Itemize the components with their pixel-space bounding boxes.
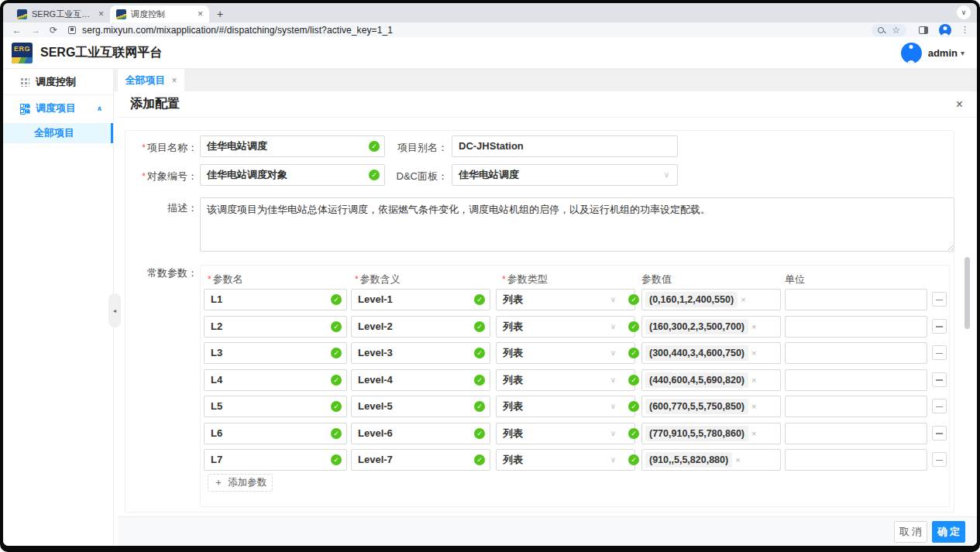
param-type-select[interactable]: 列表 ∨ ✓ bbox=[496, 449, 635, 471]
valid-check-icon: ✓ bbox=[474, 348, 485, 358]
param-name-value: L1 bbox=[211, 293, 222, 305]
project-alias-input[interactable]: DC-JHStation bbox=[452, 135, 678, 157]
remove-row-button[interactable] bbox=[932, 319, 947, 334]
tag-close-icon[interactable]: × bbox=[751, 343, 756, 363]
browser-tab-dispatch[interactable]: 调度控制 × bbox=[110, 5, 209, 22]
param-value-input[interactable]: (770,910,5,5,780,860) × bbox=[641, 423, 781, 444]
param-type-select[interactable]: 列表 ∨ ✓ bbox=[496, 316, 635, 338]
param-unit-input[interactable] bbox=[785, 449, 927, 471]
remove-row-button[interactable] bbox=[932, 452, 947, 467]
page-tab-close-icon[interactable]: × bbox=[171, 75, 177, 86]
param-value-input[interactable]: (440,600,4,5,690,820) × bbox=[641, 369, 781, 391]
param-name-input[interactable]: L2 ✓ bbox=[204, 316, 347, 338]
param-meaning-value: Level-7 bbox=[358, 454, 393, 465]
browser-tab-title: 调度控制 bbox=[131, 9, 193, 20]
sidebar: 调度控制 调度项目 ∧ 全部项目 bbox=[3, 69, 114, 546]
tag-close-icon[interactable]: × bbox=[751, 423, 756, 444]
back-icon[interactable]: ← bbox=[12, 25, 22, 36]
param-unit-input[interactable] bbox=[785, 396, 927, 417]
sidebar-collapse-handle[interactable]: ◂ bbox=[108, 293, 121, 327]
user-avatar[interactable] bbox=[901, 43, 922, 63]
param-type-select[interactable]: 列表 ∨ ✓ bbox=[496, 396, 635, 417]
valid-check-icon: ✓ bbox=[331, 428, 342, 439]
browser-tab-serg[interactable]: SERG工业互联网平台 × bbox=[11, 5, 110, 22]
param-type-select[interactable]: 列表 ∨ ✓ bbox=[496, 342, 635, 364]
param-name-input[interactable]: L6 ✓ bbox=[204, 423, 347, 444]
project-name-input[interactable]: 佳华电站调度 ✓ bbox=[200, 135, 385, 157]
new-tab-button[interactable]: + bbox=[217, 5, 223, 22]
param-row: L1 ✓ Level-1 ✓ 列表 ∨ ✓ (0,160,1,2,400,550… bbox=[204, 289, 947, 310]
url-input[interactable]: serg.mixyun.com/mixapplication/#/dispatc… bbox=[82, 25, 393, 36]
tag-close-icon[interactable]: × bbox=[751, 317, 756, 337]
param-value-input[interactable]: (0,160,1,2,400,550) × bbox=[641, 289, 781, 310]
param-unit-input[interactable] bbox=[785, 316, 927, 338]
forward-icon[interactable]: → bbox=[31, 25, 40, 36]
param-meaning-header: *参数含义 bbox=[355, 273, 401, 286]
param-name-input[interactable]: L4 ✓ bbox=[204, 369, 347, 391]
param-value-input[interactable]: (300,440,3,4,600,750) × bbox=[641, 342, 781, 364]
param-unit-input[interactable] bbox=[785, 369, 927, 391]
tab-close-icon[interactable]: × bbox=[198, 9, 203, 19]
dc-panel-select[interactable]: 佳华电站调度 ∨ bbox=[452, 164, 678, 186]
site-info-icon[interactable] bbox=[68, 26, 76, 34]
param-type-select[interactable]: 列表 ∨ ✓ bbox=[496, 423, 635, 444]
profile-avatar-icon[interactable] bbox=[939, 24, 951, 36]
param-meaning-input[interactable]: Level-7 ✓ bbox=[351, 449, 490, 471]
user-menu[interactable]: admin ▾ bbox=[901, 43, 965, 63]
reload-icon[interactable]: ⟳ bbox=[50, 25, 57, 36]
param-meaning-input[interactable]: Level-1 ✓ bbox=[351, 289, 490, 310]
zoom-icon[interactable] bbox=[878, 27, 884, 33]
scrollbar-thumb[interactable] bbox=[965, 257, 970, 329]
browser-menu-icon[interactable]: ⋮ bbox=[961, 25, 969, 35]
tag-close-icon[interactable]: × bbox=[735, 450, 740, 470]
sidebar-group-dispatch-projects[interactable]: 调度项目 ∧ bbox=[3, 98, 113, 118]
description-textarea[interactable]: 该调度项目为佳华电站总体运行调度，依据燃气条件变化，调度电站机组的启停，以及运行… bbox=[200, 197, 954, 252]
param-unit-input[interactable] bbox=[785, 342, 927, 364]
remove-row-button[interactable] bbox=[932, 426, 947, 441]
page-tab-all-projects[interactable]: 全部项目 × bbox=[118, 69, 184, 91]
param-meaning-input[interactable]: Level-3 ✓ bbox=[351, 342, 490, 364]
param-value-input[interactable]: (910,,5,5,820,880) × bbox=[641, 449, 781, 471]
remove-row-button[interactable] bbox=[932, 372, 947, 387]
param-type-select[interactable]: 列表 ∨ ✓ bbox=[496, 289, 635, 310]
param-name-input[interactable]: L7 ✓ bbox=[204, 449, 347, 471]
param-meaning-value: Level-5 bbox=[358, 400, 393, 412]
param-name-input[interactable]: L1 ✓ bbox=[204, 289, 347, 310]
sidebar-item-dispatch-control[interactable]: 调度控制 bbox=[3, 72, 113, 92]
window-frame: SERG工业互联网平台 × 调度控制 × + ∨ ← → ⟳ serg.mixy… bbox=[0, 0, 980, 552]
param-meaning-input[interactable]: Level-6 ✓ bbox=[351, 423, 490, 444]
add-param-button[interactable]: ＋ 添加参数 bbox=[208, 474, 273, 492]
side-panel-icon[interactable] bbox=[919, 26, 928, 34]
param-value-input[interactable]: (160,300,2,3,500,700) × bbox=[641, 316, 781, 338]
remove-row-button[interactable] bbox=[932, 345, 947, 360]
tag-close-icon[interactable]: × bbox=[741, 290, 745, 310]
tag-close-icon[interactable]: × bbox=[751, 370, 756, 390]
zoom-pill: ☆ bbox=[872, 24, 906, 36]
sidebar-item-all-projects[interactable]: 全部项目 bbox=[3, 123, 113, 143]
param-value-input[interactable]: (600,770,5,5,750,850) × bbox=[641, 396, 781, 417]
bookmark-star-icon[interactable]: ☆ bbox=[892, 25, 900, 36]
param-meaning-input[interactable]: Level-4 ✓ bbox=[351, 369, 490, 391]
object-id-input[interactable]: 佳华电站调度对象 ✓ bbox=[200, 164, 385, 186]
param-name-input[interactable]: L3 ✓ bbox=[204, 342, 347, 364]
tab-close-icon[interactable]: × bbox=[98, 9, 104, 19]
valid-check-icon: ✓ bbox=[331, 348, 342, 358]
resize-handle-icon[interactable] bbox=[946, 243, 953, 250]
cancel-button[interactable]: 取消 bbox=[894, 521, 927, 543]
param-unit-input[interactable] bbox=[785, 289, 927, 310]
remove-row-button[interactable] bbox=[932, 399, 947, 413]
param-meaning-input[interactable]: Level-2 ✓ bbox=[351, 316, 490, 338]
param-name-input[interactable]: L5 ✓ bbox=[204, 396, 347, 417]
dc-panel-label: D&C面板： bbox=[364, 170, 448, 183]
browser-toolbar: ← → ⟳ serg.mixyun.com/mixapplication/#/d… bbox=[3, 22, 977, 37]
param-unit-input[interactable] bbox=[785, 423, 927, 444]
param-type-select[interactable]: 列表 ∨ ✓ bbox=[496, 369, 635, 391]
tag-close-icon[interactable]: × bbox=[751, 396, 756, 417]
param-meaning-input[interactable]: Level-5 ✓ bbox=[351, 396, 490, 417]
required-mark: * bbox=[142, 142, 146, 153]
tabstrip-menu-icon[interactable]: ∨ bbox=[957, 5, 971, 19]
drawer-close-icon[interactable]: × bbox=[956, 98, 963, 111]
remove-row-button[interactable] bbox=[932, 292, 947, 307]
param-type-value: 列表 bbox=[503, 427, 523, 439]
confirm-button[interactable]: 确定 bbox=[932, 521, 965, 543]
